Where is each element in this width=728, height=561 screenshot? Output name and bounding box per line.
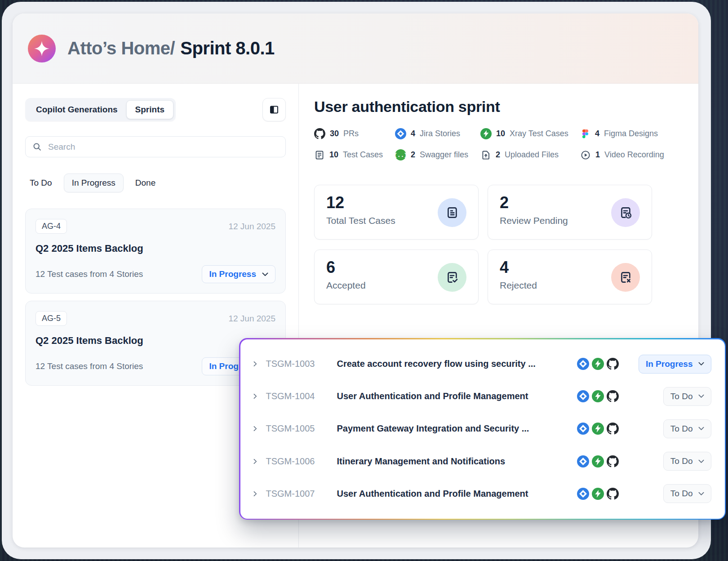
stat-label: Test Cases xyxy=(343,150,383,160)
search-box xyxy=(25,136,286,157)
stat-xray-test-cases: 10 Xray Test Cases xyxy=(480,128,580,139)
status-label: To Do xyxy=(670,456,693,466)
card-title: Q2 2025 Items Backlog xyxy=(36,243,275,254)
expand-row-button[interactable] xyxy=(251,490,259,498)
tab-in-progress[interactable]: In Progress xyxy=(64,174,124,192)
card-id-badge: AG-4 xyxy=(36,219,67,234)
expand-row-button[interactable] xyxy=(251,392,259,400)
xray-icon xyxy=(592,358,604,370)
github-icon xyxy=(607,488,619,500)
summary-card-rejected: 4 Rejected xyxy=(488,249,652,304)
test-case-id: TSGM-1005 xyxy=(266,423,333,434)
panel-layout-icon xyxy=(269,104,280,115)
sprint-title: User authentication sprint xyxy=(314,98,698,116)
test-case-row: TSGM-1006 Itinerary Management and Notif… xyxy=(251,452,711,471)
search-icon xyxy=(32,142,42,151)
segment-copilot-generations[interactable]: Copilot Generations xyxy=(27,101,126,119)
github-icon xyxy=(607,423,619,435)
chevron-down-icon xyxy=(698,362,704,366)
expand-row-button[interactable] xyxy=(251,360,259,368)
sparkle-icon xyxy=(34,40,50,57)
stat-count: 4 xyxy=(411,129,415,138)
expand-row-button[interactable] xyxy=(251,425,259,432)
chevron-down-icon xyxy=(262,272,268,276)
stat-count: 4 xyxy=(595,129,599,138)
desktop-background: Atto’s Home/ Sprint 8.0.1 Copilot Genera… xyxy=(0,0,728,561)
source-icons xyxy=(577,358,619,370)
segment-sprints[interactable]: Sprints xyxy=(126,100,173,119)
status-label: To Do xyxy=(670,392,693,401)
doc-x-icon xyxy=(611,263,640,292)
xray-icon xyxy=(592,455,604,468)
test-case-title: Itinerary Management and Notifications xyxy=(333,456,577,467)
xray-icon xyxy=(592,423,604,435)
video-icon xyxy=(580,150,591,160)
test-case-row: TSGM-1003 Create account recovery flow u… xyxy=(251,355,711,374)
tab-to-do[interactable]: To Do xyxy=(25,174,57,192)
status-label: To Do xyxy=(670,489,693,499)
test-case-id: TSGM-1006 xyxy=(266,456,333,467)
generation-card[interactable]: AG-4 12 Jun 2025 Q2 2025 Items Backlog 1… xyxy=(25,209,286,294)
chevron-right-icon xyxy=(251,425,259,432)
test-case-row: TSGM-1004 User Authentication and Profil… xyxy=(251,387,711,406)
breadcrumb: Atto’s Home/ Sprint 8.0.1 xyxy=(67,38,275,58)
status-label: In Progress xyxy=(646,359,693,369)
chevron-right-icon xyxy=(251,392,259,400)
figma-icon xyxy=(580,129,590,139)
test-case-id: TSGM-1007 xyxy=(266,489,333,499)
source-icons xyxy=(577,390,619,402)
card-status-dropdown[interactable]: In Progress xyxy=(202,265,275,283)
test-case-id: TSGM-1004 xyxy=(266,391,333,401)
status-label: To Do xyxy=(670,424,693,434)
stat-count: 30 xyxy=(330,129,339,138)
stat-count: 2 xyxy=(496,150,500,160)
uploaded-files-icon xyxy=(480,150,491,160)
github-icon xyxy=(314,128,325,139)
stat-label: PRs xyxy=(343,129,359,138)
card-summary: 12 Test cases from 4 Stories xyxy=(36,269,143,279)
summary-card-total: 12 Total Test Cases xyxy=(314,185,479,240)
card-date: 12 Jun 2025 xyxy=(228,314,275,324)
stat-count: 1 xyxy=(595,150,600,160)
window-header: Atto’s Home/ Sprint 8.0.1 xyxy=(13,13,698,84)
view-segmented-control: Copilot Generations Sprints xyxy=(25,98,176,121)
collapse-sidebar-button[interactable] xyxy=(262,98,286,121)
stat-figma-designs: 4 Figma Designs xyxy=(580,128,698,139)
status-dropdown[interactable]: In Progress xyxy=(639,355,711,374)
status-dropdown[interactable]: To Do xyxy=(663,419,711,438)
status-dropdown[interactable]: To Do xyxy=(663,484,711,503)
test-case-row: TSGM-1007 User Authentication and Profil… xyxy=(251,484,711,503)
test-case-title: Payment Gateway Integration and Security… xyxy=(333,423,577,434)
stat-label: Jira Stories xyxy=(420,129,460,138)
stat-count: 10 xyxy=(329,150,338,160)
stat-label: Uploaded Files xyxy=(505,150,559,160)
chevron-right-icon xyxy=(251,458,259,465)
card-summary: 12 Test cases from 4 Stories xyxy=(36,361,143,371)
chevron-down-icon xyxy=(698,427,704,431)
card-date: 12 Jun 2025 xyxy=(228,222,275,232)
swagger-icon: {..} xyxy=(395,149,406,160)
github-icon xyxy=(607,358,619,370)
app-name: Atto’s Home/ xyxy=(67,38,175,58)
status-dropdown[interactable]: To Do xyxy=(663,387,711,406)
stat-label: Xray Test Cases xyxy=(510,129,568,138)
jira-icon xyxy=(577,488,589,500)
stat-uploaded-files: 2 Uploaded Files xyxy=(480,149,580,160)
tab-done[interactable]: Done xyxy=(131,174,160,192)
expand-row-button[interactable] xyxy=(251,458,259,465)
xray-icon xyxy=(592,488,604,500)
test-case-title: User Authentication and Profile Manageme… xyxy=(333,489,577,499)
chevron-right-icon xyxy=(251,490,259,498)
atto-logo xyxy=(28,35,56,62)
jira-icon xyxy=(577,455,589,468)
chevron-right-icon xyxy=(251,360,259,368)
status-dropdown[interactable]: To Do xyxy=(663,452,711,471)
summary-cards: 12 Total Test Cases 2 xyxy=(314,185,698,304)
doc-clock-icon xyxy=(611,198,640,227)
search-input[interactable] xyxy=(47,142,279,152)
stat-swagger-files: {..} 2 Swagger files xyxy=(395,149,480,160)
stat-jira-stories: 4 Jira Stories xyxy=(395,128,480,139)
source-icons xyxy=(577,488,619,500)
svg-text:{..}: {..} xyxy=(395,151,406,158)
stat-label: Video Recording xyxy=(604,150,664,160)
